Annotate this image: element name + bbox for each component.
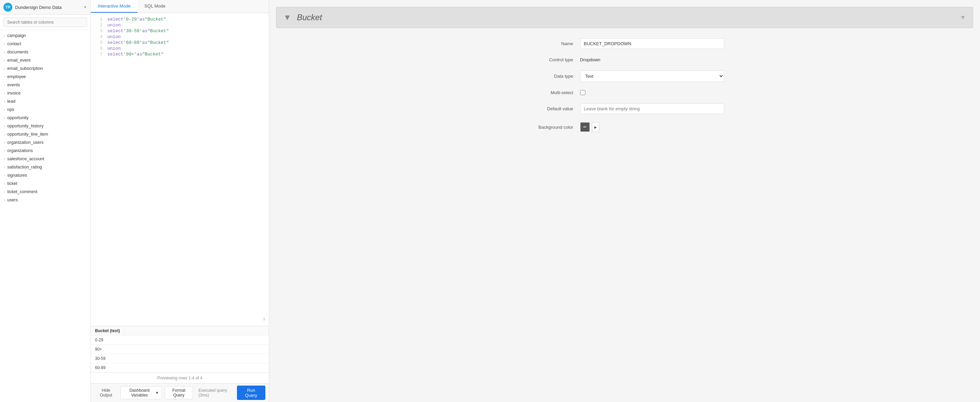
table-item-label: contact — [7, 41, 21, 46]
name-control — [580, 38, 724, 49]
table-chevron-icon: › — [4, 34, 5, 38]
table-list: ›campaign›contact›documents›email_event›… — [0, 30, 91, 402]
hide-output-button[interactable]: Hide Output — [94, 386, 118, 399]
table-item-label: invoice — [7, 91, 21, 95]
form-row-data-type: Data type TextNumberDate — [525, 71, 724, 82]
tab-interactive[interactable]: Interactive Mode — [91, 0, 137, 13]
table-chevron-icon: › — [4, 42, 5, 46]
db-selector[interactable]: TP Dundersign Demo Data ▼ — [0, 0, 91, 15]
table-item-label: opportunity_line_item — [7, 132, 48, 137]
search-box — [0, 15, 91, 30]
code-line: 4union — [91, 34, 269, 40]
table-chevron-icon: › — [4, 190, 5, 194]
db-chevron-icon: ▼ — [83, 5, 87, 9]
code-token: select — [107, 28, 123, 33]
table-item-label: opportunity_history — [7, 123, 43, 128]
table-chevron-icon: › — [4, 83, 5, 87]
result-header: Bucket (text) — [91, 326, 269, 336]
run-query-button[interactable]: Run Query — [237, 386, 266, 400]
table-item[interactable]: ›nps — [0, 106, 91, 114]
code-token: as — [140, 17, 145, 22]
table-chevron-icon: › — [4, 124, 5, 128]
table-item[interactable]: ›email_event — [0, 56, 91, 64]
table-item-label: events — [7, 82, 20, 87]
table-item[interactable]: ›organization_users — [0, 138, 91, 147]
table-item-label: signatures — [7, 173, 27, 178]
format-query-button[interactable]: Format Query — [165, 386, 193, 399]
line-number: 1 — [94, 17, 102, 22]
code-token: union — [107, 34, 121, 40]
multiselect-checkbox[interactable] — [580, 90, 585, 95]
table-item[interactable]: ›events — [0, 81, 91, 89]
table-item[interactable]: ›campaign — [0, 32, 91, 40]
table-chevron-icon: › — [4, 92, 5, 95]
filter-dropdown-icon[interactable]: ▼ — [960, 14, 966, 21]
code-token: "Bucket" — [145, 17, 166, 22]
table-item[interactable]: ›lead — [0, 97, 91, 106]
search-input[interactable] — [3, 17, 87, 27]
help-icon[interactable]: ? — [262, 317, 266, 323]
bg-color-label: Background color — [525, 125, 580, 130]
table-item[interactable]: ›email_subscription — [0, 64, 91, 73]
color-swatch[interactable]: ✏ — [580, 122, 590, 132]
table-item-label: employee — [7, 74, 26, 79]
default-value-control — [580, 103, 724, 114]
right-panel: ▼ Bucket ▼ Name Control type Dropdown Da… — [269, 0, 980, 402]
code-line: 6union — [91, 46, 269, 51]
result-col-header: Bucket (text) — [91, 326, 124, 335]
code-line: 5select '60-89' as "Bucket" — [91, 40, 269, 46]
multiselect-control — [580, 90, 724, 95]
name-input[interactable] — [580, 38, 724, 49]
preview-info: Previewing rows 1-4 of 4 — [91, 372, 269, 383]
table-item-label: users — [7, 198, 18, 203]
table-item[interactable]: ›opportunity — [0, 114, 91, 122]
code-token: as — [137, 52, 142, 57]
table-item[interactable]: ›opportunity_history — [0, 122, 91, 130]
table-item[interactable]: ›salesforce_account — [0, 155, 91, 163]
code-token: '0-29' — [123, 17, 140, 22]
table-chevron-icon: › — [4, 149, 5, 153]
table-item[interactable]: ›organizations — [0, 147, 91, 155]
table-item[interactable]: ›employee — [0, 73, 91, 81]
table-item-label: campaign — [7, 33, 26, 38]
default-value-label: Default value — [525, 106, 580, 111]
table-chevron-icon: › — [4, 182, 5, 185]
table-item[interactable]: ›documents — [0, 48, 91, 56]
table-item-label: ticket — [7, 181, 17, 186]
table-chevron-icon: › — [4, 116, 5, 120]
tab-sql[interactable]: SQL Mode — [137, 0, 172, 13]
code-line: 1select '0-29' as "Bucket" — [91, 16, 269, 22]
table-item-label: documents — [7, 50, 28, 54]
table-row: 0-29 — [91, 336, 269, 345]
table-item[interactable]: ›users — [0, 196, 91, 204]
data-type-select[interactable]: TextNumberDate — [580, 71, 724, 82]
result-cell: 0-29 — [91, 336, 269, 345]
code-token: '90+' — [123, 52, 137, 57]
default-value-input[interactable] — [580, 103, 724, 114]
code-editor[interactable]: 1select '0-29' as "Bucket"2union3select … — [91, 13, 269, 326]
code-token: "Bucket" — [148, 40, 169, 45]
table-item[interactable]: ›ticket_comment — [0, 188, 91, 196]
table-item[interactable]: ›opportunity_line_item — [0, 130, 91, 138]
table-item-label: opportunity — [7, 116, 29, 120]
dashboard-variables-button[interactable]: Dashboard Variables ▾ — [120, 386, 162, 399]
multiselect-label: Multi-select — [525, 90, 580, 95]
line-number: 3 — [94, 29, 102, 33]
table-item[interactable]: ›signatures — [0, 171, 91, 179]
table-row: 90+ — [91, 345, 269, 354]
form-row-default-value: Default value — [525, 103, 724, 114]
table-item[interactable]: ›ticket — [0, 179, 91, 188]
code-line: 2union — [91, 22, 269, 28]
table-item-label: satisfaction_rating — [7, 165, 42, 169]
result-cell: 60-89 — [91, 363, 269, 372]
name-label: Name — [525, 41, 580, 46]
line-number: 2 — [94, 23, 102, 28]
table-item[interactable]: ›contact — [0, 40, 91, 48]
dashboard-variables-label: Dashboard Variables — [124, 388, 154, 397]
form-row-control-type: Control type Dropdown — [525, 57, 724, 62]
code-token: '30-59' — [123, 28, 142, 33]
table-item[interactable]: ›invoice — [0, 89, 91, 97]
table-item[interactable]: ›satisfaction_rating — [0, 163, 91, 171]
line-number: 5 — [94, 40, 102, 45]
color-arrow-button[interactable]: ▶ — [592, 122, 600, 132]
